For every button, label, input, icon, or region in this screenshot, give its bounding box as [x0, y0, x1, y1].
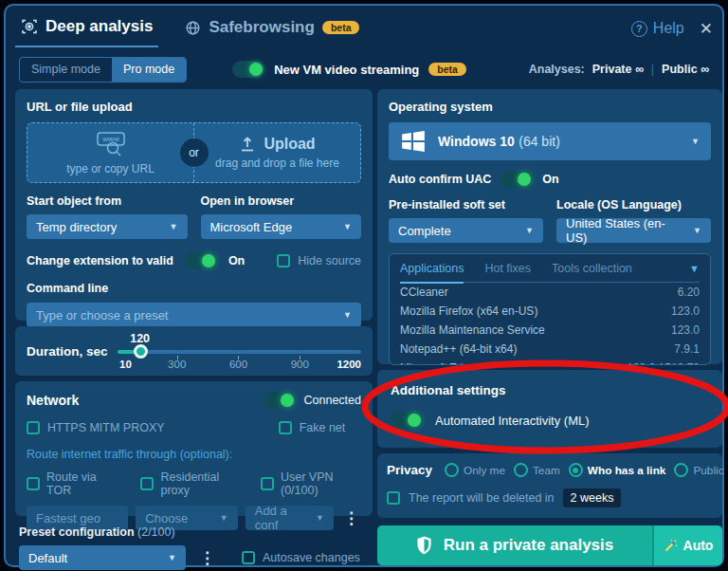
radio-icon[interactable] — [674, 463, 688, 477]
mode-switcher: Simple mode Pro mode — [19, 57, 187, 83]
locale-select[interactable]: United States (en-US) ▼ — [556, 218, 711, 243]
upload-label: Upload — [264, 136, 315, 153]
privacy-option-label: Only me — [464, 464, 505, 477]
app-name: Microsoft Edge Update — [400, 361, 516, 365]
fakenet-checkbox[interactable] — [279, 421, 292, 434]
chevron-down-icon: ▼ — [220, 513, 228, 523]
privacy-option-who-has-link[interactable]: Who has a link — [569, 463, 666, 477]
app-name: Notepad++ (64-bit x64) — [400, 342, 517, 356]
autosave-checkbox[interactable] — [242, 551, 255, 564]
tab-deep-analysis[interactable]: Deep analysis — [15, 17, 158, 47]
close-icon[interactable]: ✕ — [700, 19, 713, 39]
file-drop-zone[interactable]: Upload drag and drop a file here — [194, 123, 360, 182]
command-line-placeholder: Type or choose a preset — [36, 308, 168, 322]
quota-divider: | — [651, 63, 654, 76]
privacy-option-team[interactable]: Team — [514, 463, 560, 477]
delete-report-checkbox[interactable] — [387, 491, 400, 505]
duration-value: 120 — [130, 332, 150, 345]
soft-set-value: Complete — [398, 224, 451, 238]
vm-streaming-toggle[interactable] — [232, 61, 264, 78]
run-private-analysis-button[interactable]: Run a private analysis — [377, 525, 652, 565]
scan-eye-icon — [21, 18, 38, 35]
radio-selected-icon[interactable] — [569, 463, 583, 477]
slider-track[interactable] — [118, 350, 361, 354]
tab-safebrowsing-label: Safebrowsing — [209, 18, 314, 37]
expand-apps-icon[interactable]: ▼ — [689, 263, 700, 274]
beta-badge: beta — [322, 21, 360, 35]
upload-dropzone: www type or copy URL Upload — [27, 122, 361, 183]
tab-applications[interactable]: Applications — [400, 254, 464, 284]
delete-period-badge[interactable]: 2 weeks — [563, 488, 622, 507]
chevron-down-icon: ▼ — [525, 226, 534, 235]
hide-source-checkbox[interactable] — [277, 254, 290, 267]
www-search-icon: www — [93, 130, 129, 158]
privacy-option-public[interactable]: Public — [674, 463, 723, 477]
locale-value: United States (en-US) — [566, 216, 685, 245]
uac-state: On — [542, 173, 558, 186]
locale-label: Locale (OS Language) — [556, 198, 711, 212]
run-button-label: Run a private analysis — [444, 536, 614, 555]
app-version: 109.0.1518.78 — [627, 361, 700, 365]
chevron-down-icon: ▼ — [168, 553, 176, 562]
browser-select[interactable]: Microsoft Edge ▼ — [201, 214, 362, 239]
duration-slider[interactable]: 120 10 300 600 900 1200 — [118, 332, 361, 370]
user-vpn-checkbox[interactable] — [261, 477, 274, 490]
chevron-down-icon: ▼ — [343, 310, 352, 320]
preset-select[interactable]: Default ▼ — [19, 545, 186, 570]
os-panel-title: Operating system — [389, 100, 711, 114]
pro-mode-button[interactable]: Pro mode — [112, 58, 186, 82]
chevron-down-icon: ▼ — [170, 222, 178, 231]
app-version: 7.9.1 — [674, 342, 700, 356]
os-select[interactable]: Windows 10 (64 bit) ▼ — [389, 122, 711, 160]
tab-tools-collection[interactable]: Tools collection — [552, 254, 632, 282]
privacy-panel: Privacy Only me Team Who has a link Publ… — [377, 453, 722, 518]
upload-panel-title: URL or file upload — [27, 100, 361, 114]
command-line-label: Command line — [27, 282, 361, 295]
tick-label: 600 — [229, 359, 247, 370]
tab-hot-fixes[interactable]: Hot fixes — [484, 254, 531, 282]
privacy-option-label: Public — [693, 464, 723, 477]
uac-toggle[interactable] — [500, 171, 533, 188]
preset-count: (2/100) — [137, 525, 175, 539]
tab-safebrowsing[interactable]: Safebrowsing beta — [179, 18, 365, 46]
tor-label: Route via TOR — [46, 470, 113, 497]
automated-interactivity-toggle[interactable] — [391, 412, 423, 429]
mitm-proxy-checkbox[interactable] — [27, 421, 40, 434]
operating-system-panel: Operating system Windows 10 (64 bit) ▼ A… — [377, 89, 722, 364]
radio-icon[interactable] — [514, 463, 528, 477]
tick-label: 300 — [168, 359, 186, 370]
start-object-label: Start object from — [27, 194, 188, 208]
additional-settings-title: Additional settings — [391, 383, 709, 397]
network-panel: Network Connected HTTPS MITM PROXY Fake … — [15, 381, 373, 516]
auto-button-label: Auto — [683, 538, 714, 553]
windows-logo-icon — [400, 128, 427, 155]
residential-proxy-checkbox[interactable] — [140, 477, 154, 490]
installed-software-box: Applications Hot fixes Tools collection … — [389, 253, 711, 365]
mitm-proxy-label: HTTPS MITM PROXY — [47, 421, 165, 434]
url-input-zone[interactable]: www type or copy URL — [27, 123, 194, 182]
help-label: Help — [653, 20, 684, 37]
app-version: 6.20 — [678, 286, 700, 299]
soft-set-select[interactable]: Complete ▼ — [389, 218, 543, 243]
help-button[interactable]: ? Help — [631, 20, 684, 37]
additional-settings-panel: Additional settings Automated Interactiv… — [377, 370, 722, 448]
browser-value: Microsoft Edge — [210, 220, 293, 234]
privacy-option-only-me[interactable]: Only me — [445, 463, 505, 477]
tick-label-max: 1200 — [337, 359, 361, 370]
preset-more-menu-icon[interactable]: ⋮ — [197, 550, 217, 566]
fakenet-label: Fake net — [300, 421, 346, 434]
auto-mode-button[interactable]: Auto — [652, 525, 722, 565]
start-object-select[interactable]: Temp directory ▼ — [27, 214, 188, 239]
app-list-item: Mozilla Firefox (x64 en-US) 123.0 — [400, 302, 700, 321]
svg-text:www: www — [101, 135, 119, 143]
tor-checkbox[interactable] — [27, 477, 40, 490]
simple-mode-button[interactable]: Simple mode — [20, 58, 112, 82]
slider-thumb[interactable] — [134, 344, 148, 359]
radio-icon[interactable] — [445, 463, 459, 477]
residential-proxy-label: Residential proxy — [160, 470, 239, 497]
change-extension-toggle[interactable] — [185, 252, 217, 269]
command-line-input[interactable]: Type or choose a preset ▼ — [27, 303, 361, 327]
uac-label: Auto confirm UAC — [389, 173, 491, 186]
network-toggle[interactable] — [264, 392, 296, 409]
vpn-more-menu-icon[interactable]: ⋮ — [341, 510, 361, 526]
